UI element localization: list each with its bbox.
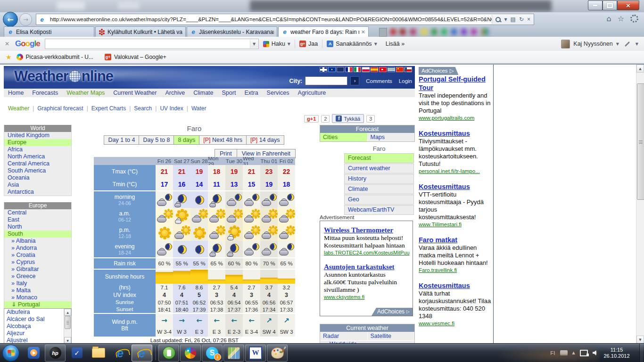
ad-title-link[interactable]: Kosteusmittaus	[419, 182, 493, 191]
keyboard-icon[interactable]	[560, 350, 568, 355]
city-menu-geo[interactable]: Geo	[344, 195, 414, 205]
forecast-box-tab-cities[interactable]: Cities	[320, 133, 367, 141]
range-tab-14-days[interactable]: [P] 14 days	[246, 135, 284, 145]
adchoices-button[interactable]: AdChoices▷	[419, 67, 458, 75]
url-text[interactable]: http://www.weatheronline.co.uk/weather/m…	[50, 16, 492, 22]
flag-cn[interactable]	[396, 67, 404, 72]
scrollbar-thumb[interactable]	[637, 83, 644, 200]
ad-url-link[interactable]: www.portugaltrails.com	[419, 115, 493, 122]
world-item-asia[interactable]: Asia	[4, 181, 71, 189]
taskbar-folder-button[interactable]	[88, 345, 109, 362]
world-item-united-kingdom[interactable]: United Kingdom	[4, 132, 71, 139]
country-andorra[interactable]: » Andorra	[4, 245, 71, 252]
forecast-box-tab-maps[interactable]: Maps	[368, 133, 415, 141]
chevron-down-icon[interactable]: ▼	[616, 42, 619, 46]
haku-button[interactable]: Haku ▼	[259, 39, 295, 49]
nav-weather-maps[interactable]: Weather Maps	[62, 89, 109, 97]
stop-icon[interactable]: ×	[527, 16, 530, 23]
nav-home[interactable]: Home	[4, 89, 28, 97]
country-greece[interactable]: » Greece	[4, 273, 71, 280]
flag-pl[interactable]	[362, 67, 370, 72]
browser-tab-elisa-kotiposti[interactable]: eElisa Kotiposti	[4, 26, 94, 37]
search-icon[interactable]	[495, 17, 501, 22]
account-name[interactable]: Kaj Nyyssönen	[573, 41, 612, 47]
europe-region-north[interactable]: North	[4, 223, 71, 230]
city-menu-forecast[interactable]: Forecast	[344, 153, 414, 163]
ad-title-link[interactable]: Portugal Self-guided Tour	[419, 75, 493, 92]
nav-current-weather[interactable]: Current Weather	[109, 89, 161, 97]
ad-title-link[interactable]: Kosteusmittaus	[419, 129, 493, 138]
country-croatia[interactable]: » Croatia	[4, 252, 71, 259]
ad-url-link[interactable]: www.cksystems.fi	[324, 294, 409, 300]
login-link[interactable]: Login	[399, 78, 412, 84]
taskbar-checkmark-button[interactable]: ✓	[66, 345, 87, 362]
nav-agriculture[interactable]: Agriculture	[294, 89, 330, 97]
country-portugal[interactable]: ⇓ Portugal	[4, 301, 71, 308]
taskbar-word-button[interactable]: W	[245, 345, 266, 362]
taskbar-clock[interactable]: 11:15 26.10.2012	[602, 347, 632, 359]
country-gibraltar[interactable]: » Gibraltar	[4, 266, 71, 273]
range-tab-day-1-to-4[interactable]: Day 1 to 4	[104, 135, 139, 145]
page-scrollbar[interactable]: ▲ ▼	[636, 65, 644, 344]
show-desktop-button[interactable]	[639, 344, 643, 362]
comments-link[interactable]: Comments	[366, 78, 392, 84]
taskbar-skype-button[interactable]: S1	[202, 345, 223, 362]
volume-icon[interactable]: )	[593, 350, 597, 356]
flag-gb[interactable]	[320, 67, 327, 72]
taskbar-paint-button[interactable]	[267, 345, 288, 362]
subnav-uv-index[interactable]: UV Index	[157, 105, 186, 112]
favorites-add-icon[interactable]: ★	[6, 53, 12, 61]
flag-it[interactable]	[354, 67, 361, 72]
bookmark-valokuvat-google[interactable]: g+Valokuvat – Google+	[105, 54, 166, 60]
minimize-button[interactable]	[588, 0, 603, 10]
city-aljustrel[interactable]: Aljustrel	[4, 337, 71, 344]
site-logo[interactable]: Weathernline	[14, 68, 113, 85]
range-tab-8-days[interactable]: 8 days	[173, 135, 199, 145]
taskbar-ie-button[interactable]: e	[110, 345, 131, 362]
ad-title-link[interactable]: Faro matkat	[419, 236, 493, 244]
ad-url-link[interactable]: Faro.travellink.fi	[419, 267, 493, 274]
subnav-water[interactable]: Water	[188, 105, 210, 112]
range-tab-day-5-to-8[interactable]: Day 5 to 8	[139, 135, 174, 145]
ad-title-link[interactable]: Asuntojen tarkastukset	[324, 263, 409, 271]
world-item-oceania[interactable]: Oceania	[4, 174, 71, 181]
subnav-graphical-forecast[interactable]: Graphical forecast	[34, 105, 86, 112]
subnav-expert-charts[interactable]: Expert Charts	[88, 105, 129, 112]
subnav-weather[interactable]: Weather	[5, 105, 33, 112]
city-alc-cer-do-sal[interactable]: Alcácer do Sal	[4, 316, 71, 323]
world-item-antarctica[interactable]: Antarctica	[4, 189, 71, 196]
network-icon[interactable]	[580, 350, 588, 356]
range-tab-next-48-hrs[interactable]: [P] Next 48 hrs	[199, 135, 247, 145]
lisaa-button[interactable]: Lisää »	[381, 39, 409, 49]
taskbar-power-button[interactable]	[158, 345, 179, 362]
toolbar-search-box[interactable]: ▼	[45, 39, 259, 49]
refresh-icon[interactable]: ↻	[519, 16, 524, 23]
subnav-search[interactable]: Search	[131, 105, 155, 112]
country-albania[interactable]: » Albania	[4, 238, 71, 245]
current-weather-tab-satellite[interactable]: Satellite	[368, 332, 415, 340]
nav-services[interactable]: Services	[263, 89, 294, 97]
search-history-dropdown-icon[interactable]: ▼	[250, 40, 258, 48]
city-input[interactable]	[305, 76, 347, 85]
city-alcoba-a[interactable]: Alcobaça	[4, 323, 71, 330]
scroll-down-icon[interactable]: ▼	[636, 336, 644, 344]
nav-climate[interactable]: Climate	[189, 89, 217, 97]
europe-region-east[interactable]: East	[4, 216, 71, 223]
address-bar[interactable]: e http://www.weatheronline.co.uk/weather…	[36, 14, 534, 25]
city-aljezur[interactable]: Aljezur	[4, 330, 71, 337]
europe-region-central[interactable]: Central	[4, 209, 71, 216]
jaa-button[interactable]: g+ Jaa	[295, 39, 322, 49]
bookmark-picasa-verkkoalbumit-u[interactable]: Picasa-verkkoalbumit - U...	[17, 54, 93, 60]
adchoices-button[interactable]: AdChoices▷	[372, 308, 413, 316]
new-tab-button[interactable]	[379, 28, 387, 37]
forward-button[interactable]: →	[19, 13, 32, 26]
tab-close-icon[interactable]: ×	[361, 29, 365, 35]
world-item-africa[interactable]: Africa	[4, 146, 71, 153]
gplus-one-button[interactable]: g+1	[304, 115, 319, 123]
country-italy[interactable]: » Italy	[4, 280, 71, 287]
back-button[interactable]: ←	[3, 12, 18, 27]
city-menu-webcam-earthtv[interactable]: Webcam/EarthTV	[344, 205, 414, 215]
taskbar-maps-button[interactable]	[223, 345, 244, 362]
city-go-button[interactable]: ›	[350, 76, 359, 85]
browser-tab-weather-faro-8-days-rain-ri[interactable]: eweather Faro 8 days: Rain ri...×	[278, 26, 369, 37]
